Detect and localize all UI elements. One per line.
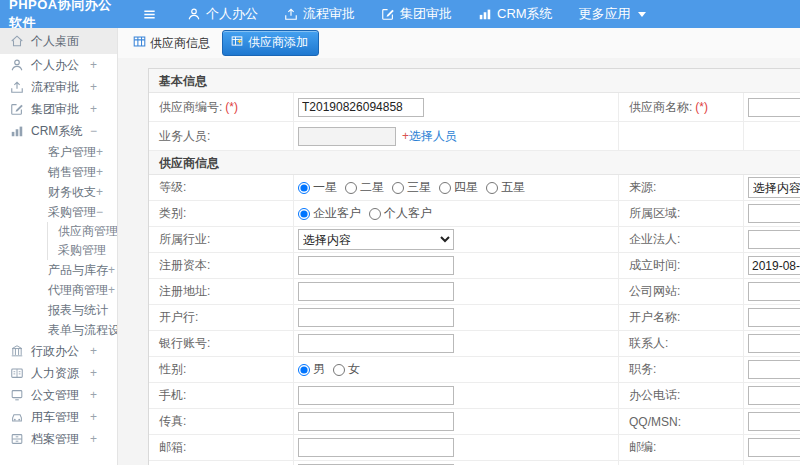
form-row: 传真: QQ/MSN: [149,409,800,435]
sidebar-item-customer-mgmt[interactable]: 客户管理 + [0,142,117,162]
sidebar-item-personal-desktop[interactable]: 个人桌面 [0,28,117,54]
fax-input[interactable] [298,412,454,431]
topbar: PHPOA协同办公软件 个人办公 流程审批 集团审批 CRM系统 [0,0,800,28]
bank-account-input[interactable] [298,334,454,353]
topnav-more-apps[interactable]: 更多应用 [579,5,646,23]
registered-capital-input[interactable] [298,256,454,275]
expand-plus-icon[interactable]: + [108,263,115,277]
category-radio-option[interactable]: 企业客户 [298,205,361,222]
sidebar-item-group-approval[interactable]: 集团审批 + [0,98,117,120]
email-input[interactable] [298,438,454,457]
expand-plus-icon[interactable]: + [90,344,97,358]
expand-plus-icon[interactable]: + [90,80,97,94]
top-navigation: 个人办公 流程审批 集团审批 CRM系统 更多应用 [187,5,646,23]
source-select[interactable]: 选择内容 [748,177,800,198]
building-icon [10,344,24,358]
expand-plus-icon[interactable]: + [96,145,103,159]
field-label: 职务: [619,357,744,382]
expand-plus-icon[interactable]: + [96,185,103,199]
expand-plus-icon[interactable]: + [90,432,97,446]
registered-address-input[interactable] [298,282,454,301]
topnav-crm-system[interactable]: CRM系统 [478,5,553,23]
form-row: 开户行: 开户名称: [149,305,800,331]
region-input[interactable] [748,204,800,223]
sidebar-item-finance[interactable]: 财务收支 + [0,182,117,202]
sidebar-item-form-workflow-settings[interactable]: 表单与流程设置 + [0,320,117,340]
topnav-personal-office[interactable]: 个人办公 [187,5,258,23]
required-marker: (*) [225,100,238,114]
expand-plus-icon[interactable]: + [90,366,97,380]
field-label: 来源: [619,175,744,200]
sidebar-item-document-mgmt[interactable]: 公文管理 + [0,384,117,406]
menu-toggle-icon[interactable] [142,7,157,22]
field-label: 邮箱: [149,435,294,460]
grade-radio-option[interactable]: 四星 [439,179,478,196]
document-icon [10,388,24,402]
gender-radio-option[interactable]: 男 [298,361,325,378]
gender-radio-option[interactable]: 女 [333,361,360,378]
sidebar-item-vehicle-mgmt[interactable]: 用车管理 + [0,406,117,428]
sidebar-item-sales-mgmt[interactable]: 销售管理 + [0,162,117,182]
category-radio-option[interactable]: 个人客户 [369,205,432,222]
contact-input[interactable] [748,334,800,353]
grade-radio-option[interactable]: 三星 [392,179,431,196]
grade-radio-option[interactable]: 五星 [486,179,525,196]
form-row: 地址: [149,461,800,465]
form-row: 注册资本: 成立时间: [149,253,800,279]
sidebar-item-crm-system[interactable]: CRM系统 − [0,120,117,142]
expand-plus-icon[interactable]: + [90,410,97,424]
sidebar-item-purchase-mgmt[interactable]: 采购管理 [47,241,117,260]
choose-person-link[interactable]: +选择人员 [402,128,457,145]
sidebar-item-human-resources[interactable]: 人力资源 + [0,362,117,384]
topnav-group-approval[interactable]: 集团审批 [381,5,452,23]
sidebar: 个人桌面 个人办公 + 流程审批 + 集团审批 + CRM系统 − 客户管理 + [0,28,118,465]
supplier-no-input[interactable] [298,98,424,117]
account-name-input[interactable] [748,308,800,327]
sidebar-item-supplier-mgmt[interactable]: 供应商管理 [47,222,117,241]
sidebar-item-workflow-approval[interactable]: 流程审批 + [0,76,117,98]
sidebar-item-archive-mgmt[interactable]: 档案管理 + [0,428,117,450]
sidebar-item-product-inventory[interactable]: 产品与库存 + [0,260,117,280]
topnav-workflow-approval[interactable]: 流程审批 [284,5,355,23]
expand-plus-icon[interactable]: + [108,283,115,297]
bar-chart-icon [10,124,24,138]
grade-radio-option[interactable]: 一星 [298,179,337,196]
sidebar-item-personal-office[interactable]: 个人办公 + [0,54,117,76]
home-icon [10,34,24,48]
sidebar-item-admin-office[interactable]: 行政办公 + [0,340,117,362]
zip-input[interactable] [748,438,800,457]
tab-bar: 供应商信息 供应商添加 [118,28,800,58]
qq-msn-input[interactable] [748,412,800,431]
legal-person-input[interactable] [748,230,800,249]
collapse-minus-icon[interactable]: − [90,124,97,138]
office-phone-input[interactable] [748,386,800,405]
sidebar-item-agent-mgmt[interactable]: 代理商管理 + [0,280,117,300]
website-input[interactable] [748,282,800,301]
form-row: 注册地址: 公司网站: [149,279,800,305]
position-input[interactable] [748,360,800,379]
sidebar-item-procurement-mgmt[interactable]: 采购管理 − [0,202,117,222]
founded-date-input[interactable] [748,256,800,275]
expand-plus-icon[interactable]: + [96,165,103,179]
field-label: 公司网站: [619,279,744,304]
expand-plus-icon[interactable]: + [90,58,97,72]
industry-select[interactable]: 选择内容 [298,229,454,250]
field-label: 地址: [149,461,294,465]
business-person-input[interactable] [298,127,396,146]
grade-radio-option[interactable]: 二星 [345,179,384,196]
tab-supplier-add[interactable]: 供应商添加 [222,30,319,56]
mobile-input[interactable] [298,386,454,405]
form-row: 等级: 一星 二星 三星 四星 五星 来源: 选择内容 [149,175,800,201]
field-label: 注册资本: [149,253,294,278]
expand-plus-icon[interactable]: + [90,102,97,116]
bank-branch-input[interactable] [298,308,454,327]
topnav-label: 流程审批 [303,5,355,23]
person-icon [187,7,201,21]
sidebar-item-reports-stats[interactable]: 报表与统计 [0,300,117,320]
collapse-minus-icon[interactable]: − [96,205,103,219]
edit-icon [381,7,395,21]
field-label: 开户行: [149,305,294,330]
tab-supplier-info[interactable]: 供应商信息 [133,35,210,52]
expand-plus-icon[interactable]: + [90,388,97,402]
supplier-name-input[interactable] [748,98,800,117]
